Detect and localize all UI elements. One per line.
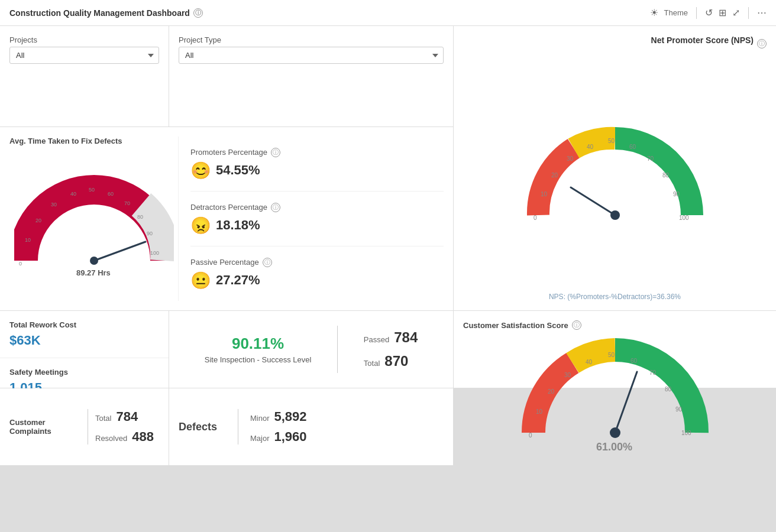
complaints-total-value: 784 [116, 409, 138, 424]
svg-text:50: 50 [608, 138, 615, 144]
svg-text:0: 0 [19, 261, 22, 267]
project-type-card: Project Type All [169, 26, 453, 126]
passives-info-icon[interactable]: ⓘ [263, 258, 272, 267]
svg-text:80: 80 [662, 172, 670, 179]
svg-text:90: 90 [673, 191, 680, 197]
divider-p-d [190, 191, 444, 192]
defects-divider [238, 409, 238, 445]
complaints-divider [88, 409, 88, 445]
left-stats-card: Total Rework Cost $63K Safety Meetings 1… [0, 311, 169, 388]
svg-text:30: 30 [567, 155, 574, 162]
inspection-label: Site Inspection - Success Level [205, 355, 312, 364]
refresh-icon[interactable]: ↺ [705, 7, 713, 18]
svg-text:20: 20 [35, 218, 41, 223]
svg-text:60: 60 [629, 144, 636, 150]
svg-text:80: 80 [665, 386, 672, 392]
more-icon[interactable]: ⋯ [757, 7, 767, 18]
complaints-resolved-value: 488 [132, 429, 154, 445]
promoters-icon: 😊 [190, 161, 211, 180]
theme-label[interactable]: Theme [664, 8, 688, 17]
inspection-divider [337, 326, 338, 373]
complaints-card: Customer Complaints Total 784 Resolved 4… [0, 388, 169, 465]
rework-cost-section: Total Rework Cost $63K [0, 311, 169, 358]
theme-icon: ☀ [650, 7, 658, 18]
svg-line-38 [615, 372, 637, 433]
rework-value: $63K [9, 333, 159, 348]
title-info-icon[interactable]: ⓘ [193, 8, 203, 18]
minor-label: Minor [250, 414, 270, 423]
nps-info-icon[interactable]: ⓘ [757, 39, 767, 48]
customer-satisfaction-card: Customer Satisfaction Score ⓘ 0 10 20 30… [454, 311, 776, 388]
projects-select[interactable]: All [9, 47, 159, 64]
passives-label: Passive Percentage [190, 258, 259, 267]
svg-text:40: 40 [70, 191, 76, 197]
dashboard-title-area: Construction Quality Management Dashboar… [9, 8, 203, 18]
passives-row: Passive Percentage ⓘ 😐 27.27% [190, 258, 444, 290]
defects-card: Defects Minor 5,892 Major 1,960 [169, 388, 453, 465]
svg-text:70: 70 [647, 155, 654, 162]
svg-text:90: 90 [147, 231, 153, 236]
expand-icon[interactable]: ⤢ [732, 7, 740, 18]
detractors-label: Detractors Percentage [190, 203, 267, 212]
minor-defects-row: Minor 5,892 [250, 409, 307, 424]
defect-gauge-svg: 0 10 20 30 40 50 60 70 80 90 100 [14, 172, 174, 281]
promoters-value: 54.55% [216, 163, 260, 178]
complaints-total-label: Total [95, 414, 111, 423]
nps-metrics: Promoters Percentage ⓘ 😊 54.55% Detracto… [178, 137, 444, 301]
detractors-info-icon[interactable]: ⓘ [271, 203, 280, 212]
complaints-label: Customer Complaints [9, 418, 80, 436]
passives-icon: 😐 [190, 271, 211, 290]
csat-gauge-svg: 0 10 20 30 40 50 60 70 80 90 100 61.00% [520, 332, 710, 450]
divider-1 [696, 7, 697, 19]
divider-2 [748, 7, 749, 19]
svg-line-11 [571, 187, 615, 215]
svg-text:40: 40 [587, 144, 594, 150]
svg-text:100: 100 [150, 250, 159, 256]
svg-text:0: 0 [529, 432, 532, 439]
svg-line-25 [94, 242, 146, 261]
defect-gauge-value: 89.27 Hrs [76, 268, 111, 277]
project-type-label: Project Type [179, 35, 444, 44]
complaints-stats: Total 784 Resolved 488 [95, 409, 154, 445]
detractors-row: Detractors Percentage ⓘ 😠 18.18% [190, 203, 444, 235]
safety-label: Safety Meetings [9, 368, 159, 377]
svg-text:10: 10 [25, 237, 31, 243]
projects-label: Projects [9, 35, 159, 44]
svg-text:10: 10 [536, 408, 543, 415]
total-label: Total [364, 359, 380, 368]
project-type-select[interactable]: All [179, 47, 444, 64]
svg-text:40: 40 [586, 359, 593, 365]
complaints-resolved-label: Resolved [95, 434, 127, 443]
svg-text:50: 50 [608, 352, 615, 358]
inspection-left: 90.11% Site Inspection - Success Level [205, 335, 312, 364]
svg-text:60: 60 [108, 191, 114, 197]
svg-text:100: 100 [679, 215, 689, 221]
defect-time-card: Avg. Time Taken to Fix Defects 0 10 20 3… [9, 137, 178, 301]
complaints-total-row: Total 784 [95, 409, 154, 424]
svg-text:30: 30 [51, 202, 57, 207]
header-icons: ☀ Theme ↺ ⊞ ⤢ ⋯ [650, 7, 767, 19]
svg-text:90: 90 [675, 406, 683, 413]
passives-value: 27.27% [216, 273, 260, 288]
major-defects-row: Major 1,960 [250, 429, 307, 445]
svg-point-12 [610, 210, 620, 220]
major-label: Major [250, 434, 270, 443]
passed-label: Passed [364, 335, 389, 344]
passed-row: Passed 784 [364, 329, 418, 346]
defect-time-title: Avg. Time Taken to Fix Defects [9, 137, 178, 145]
complaints-resolved-row: Resolved 488 [95, 429, 154, 445]
promoters-row: Promoters Percentage ⓘ 😊 54.55% [190, 148, 444, 180]
svg-text:70: 70 [649, 369, 657, 376]
nps-gauge-svg: 0 10 20 30 40 50 60 70 80 90 100 36.36% [520, 121, 710, 227]
nps-title: Net Promoter Score (NPS) [651, 35, 754, 45]
svg-point-26 [90, 257, 98, 265]
csat-info-icon[interactable]: ⓘ [572, 320, 581, 330]
filters-card: Projects All [0, 26, 169, 126]
inspection-percentage: 90.11% [205, 335, 312, 353]
total-row: Total 870 [364, 353, 418, 369]
divider-d-pa [190, 246, 444, 246]
promoters-info-icon[interactable]: ⓘ [271, 148, 280, 157]
grid-icon[interactable]: ⊞ [719, 7, 726, 18]
svg-text:50: 50 [89, 187, 95, 193]
svg-point-39 [610, 427, 620, 438]
